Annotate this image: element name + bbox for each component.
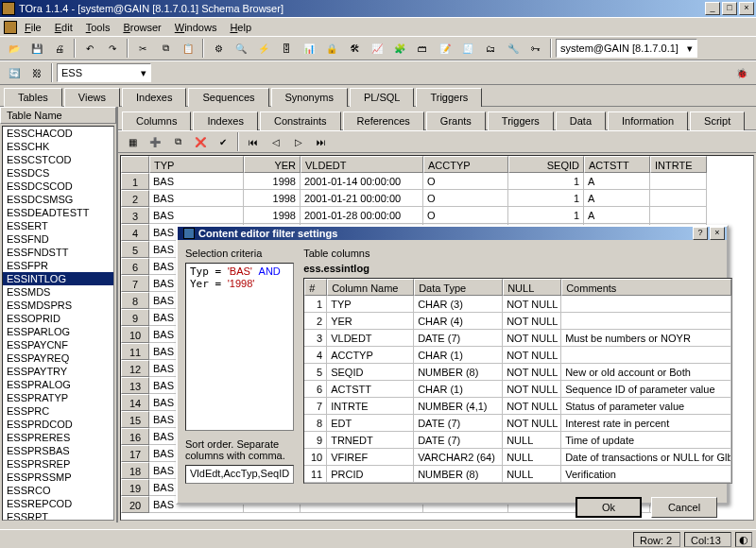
- tool-icon[interactable]: 🗃: [412, 38, 433, 59]
- save-icon[interactable]: 💾: [26, 38, 47, 59]
- tool-icon[interactable]: 🗝: [525, 38, 546, 59]
- menu-browser[interactable]: Browser: [117, 20, 166, 35]
- tool-icon[interactable]: 🛠: [344, 38, 365, 59]
- list-item[interactable]: ESSRCO: [3, 484, 113, 497]
- tab-pl/sql[interactable]: PL/SQL: [350, 88, 415, 107]
- list-item[interactable]: ESSPAYREQ: [3, 351, 113, 365]
- tab-indexes[interactable]: Indexes: [122, 88, 187, 107]
- tool-icon[interactable]: 🔒: [321, 38, 342, 59]
- tool-icon[interactable]: 🔧: [503, 38, 524, 59]
- subtab-grants[interactable]: Grants: [426, 111, 486, 130]
- list-item[interactable]: ESSPRDCOD: [3, 418, 113, 431]
- dialog-titlebar[interactable]: Content editor filter settings ? ×: [178, 227, 727, 240]
- list-item[interactable]: ESSDCSCOD: [3, 180, 113, 193]
- subtab-references[interactable]: References: [343, 111, 424, 130]
- subtab-constraints[interactable]: Constraints: [260, 111, 341, 130]
- menu-file[interactable]: File: [19, 20, 47, 35]
- tab-sequences[interactable]: Sequences: [188, 88, 268, 107]
- tool-icon[interactable]: 🧩: [389, 38, 410, 59]
- list-item[interactable]: ESSFNDSTT: [3, 246, 113, 259]
- filter-icon[interactable]: ▦: [122, 131, 143, 152]
- tool-icon[interactable]: 🗂: [480, 38, 501, 59]
- filter-icon[interactable]: ⛓: [26, 62, 47, 83]
- subtab-data[interactable]: Data: [556, 111, 606, 130]
- list-item[interactable]: ESSCHACOD: [3, 127, 113, 140]
- tool-icon[interactable]: 📝: [435, 38, 455, 59]
- subtab-information[interactable]: Information: [608, 111, 688, 130]
- list-item[interactable]: ESSDCSMSG: [3, 193, 113, 206]
- menu-windows[interactable]: Windows: [169, 20, 223, 35]
- subtab-script[interactable]: Script: [690, 111, 745, 130]
- list-item[interactable]: ESSCHK: [3, 140, 113, 153]
- tool-icon[interactable]: 📈: [367, 38, 387, 59]
- commit-icon[interactable]: ✔: [213, 131, 233, 152]
- menu-tools[interactable]: Tools: [80, 20, 116, 35]
- print-icon[interactable]: 🖨: [49, 38, 70, 59]
- tool-icon[interactable]: 📊: [299, 38, 319, 59]
- tool-icon[interactable]: 🗄: [276, 38, 297, 59]
- menu-edit[interactable]: Edit: [49, 20, 78, 35]
- list-item[interactable]: ESSOPRID: [3, 312, 113, 325]
- list-item[interactable]: ESSPRSREP: [3, 457, 113, 471]
- undo-icon[interactable]: ↶: [79, 38, 100, 59]
- refresh-icon[interactable]: 🔄: [4, 62, 25, 83]
- menu-help[interactable]: Help: [224, 20, 257, 35]
- list-item[interactable]: ESSPRATYP: [3, 391, 113, 404]
- prev-icon[interactable]: ◁: [266, 131, 286, 152]
- column-list[interactable]: #Column NameData TypeNULLComments1TYPCHA…: [303, 278, 732, 484]
- ok-button[interactable]: Ok: [576, 497, 642, 518]
- list-item[interactable]: ESSPRC: [3, 404, 113, 418]
- dialog-help-button[interactable]: ?: [693, 227, 708, 240]
- copy-icon[interactable]: ⧉: [155, 38, 176, 59]
- tool-icon[interactable]: ⚙: [208, 38, 229, 59]
- list-item[interactable]: ESSPRERES: [3, 431, 113, 444]
- paste-icon[interactable]: 📋: [178, 38, 198, 59]
- tool-icon[interactable]: 🧾: [457, 38, 478, 59]
- first-icon[interactable]: ⏮: [243, 131, 264, 152]
- tab-views[interactable]: Views: [64, 88, 120, 107]
- tool-icon[interactable]: 🔍: [231, 38, 251, 59]
- tab-synonyms[interactable]: Synonyms: [271, 88, 348, 107]
- list-item[interactable]: ESSINTLOG: [3, 272, 113, 285]
- tab-triggers[interactable]: Triggers: [416, 88, 482, 107]
- sort-input[interactable]: VldEdt,AccTyp,SeqID: [185, 465, 294, 484]
- connection-combo[interactable]: system@GAIN [8.1.7.0.1]▾: [556, 39, 697, 58]
- list-item[interactable]: ESSDCS: [3, 166, 113, 180]
- list-item[interactable]: ESSCSTCOD: [3, 153, 113, 166]
- subtab-columns[interactable]: Columns: [122, 111, 191, 130]
- list-item[interactable]: ESSMDSPRS: [3, 299, 113, 312]
- list-item[interactable]: ESSPRALOG: [3, 378, 113, 391]
- list-item[interactable]: ESSPRSSMP: [3, 471, 113, 484]
- copy-row-icon[interactable]: ⧉: [167, 131, 188, 152]
- list-item[interactable]: ESSFND: [3, 232, 113, 246]
- close-button[interactable]: ×: [739, 2, 754, 15]
- list-item[interactable]: ESSPARLOG: [3, 325, 113, 338]
- list-item[interactable]: ESSRPT: [3, 510, 113, 521]
- schema-combo[interactable]: ESS▾: [57, 63, 151, 82]
- list-item[interactable]: ESSREPCOD: [3, 497, 113, 510]
- object-list[interactable]: ESSCHACODESSCHKESSCSTCODESSDCSESSDCSCODE…: [2, 126, 114, 521]
- tab-tables[interactable]: Tables: [4, 88, 62, 107]
- open-icon[interactable]: 📂: [4, 38, 25, 59]
- list-item[interactable]: ESSFPR: [3, 259, 113, 272]
- list-item[interactable]: ESSPRSBAS: [3, 444, 113, 457]
- delete-row-icon[interactable]: ❌: [190, 131, 211, 152]
- subtab-indexes[interactable]: Indexes: [193, 111, 258, 130]
- list-item[interactable]: ESSPAYTRY: [3, 365, 113, 378]
- subtab-triggers[interactable]: Triggers: [488, 111, 554, 130]
- maximize-button[interactable]: □: [722, 2, 737, 15]
- redo-icon[interactable]: ↷: [102, 38, 123, 59]
- dialog-close-button[interactable]: ×: [710, 227, 725, 240]
- list-item[interactable]: ESSERT: [3, 219, 113, 232]
- add-row-icon[interactable]: ➕: [145, 131, 165, 152]
- minimize-button[interactable]: _: [705, 2, 720, 15]
- last-icon[interactable]: ⏭: [311, 131, 332, 152]
- cancel-button[interactable]: Cancel: [651, 497, 717, 518]
- tool-icon[interactable]: ⚡: [253, 38, 274, 59]
- app-menu-icon[interactable]: [4, 21, 17, 34]
- list-item[interactable]: ESSMDS: [3, 285, 113, 299]
- list-item[interactable]: ESSPAYCNF: [3, 338, 113, 351]
- next-icon[interactable]: ▷: [288, 131, 309, 152]
- bug-icon[interactable]: 🐞: [731, 62, 752, 83]
- cut-icon[interactable]: ✂: [132, 38, 153, 59]
